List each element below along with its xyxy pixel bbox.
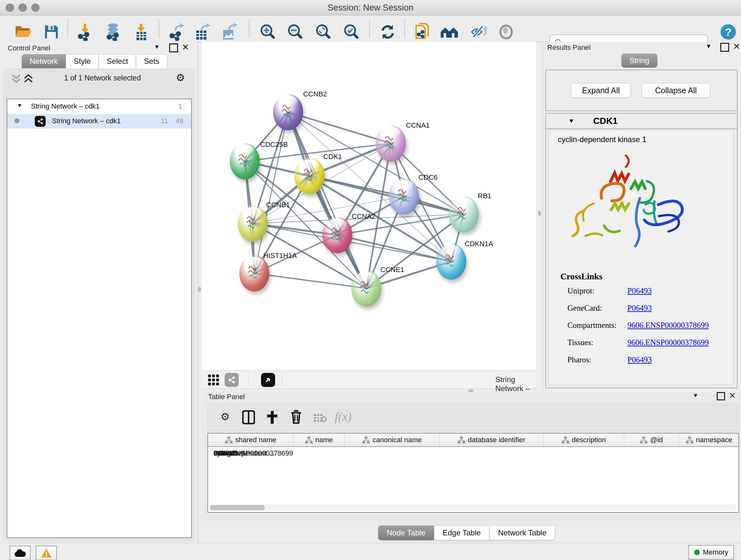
node-table[interactable]: shared namenamecanonical namedatabase id… [207,433,739,513]
share-file-button[interactable] [413,22,433,42]
grid-view-icon[interactable] [207,374,219,386]
refresh-button[interactable] [378,22,398,42]
node-CDK1[interactable] [294,158,325,194]
node-CDC6[interactable] [389,178,419,214]
export-network-button[interactable] [166,22,186,42]
node-CCNA1[interactable] [376,125,406,162]
tab-string[interactable]: String [621,54,657,68]
network-row-selected[interactable]: String Network – cdk1 11 48 [7,114,191,129]
table-cell[interactable]: stringdb [208,447,269,460]
network-options-gear-icon[interactable]: ⚙ [176,72,185,83]
expand-all-button[interactable]: Expand All [571,83,631,98]
edge-HIST1H1A-CCNE1[interactable] [254,273,366,288]
export-image-button[interactable] [219,22,239,42]
export-view-icon[interactable] [261,373,275,387]
node-CDKN1A[interactable] [436,243,466,280]
tab-select[interactable]: Select [98,54,136,68]
crosslink-value-link[interactable]: P06493 [627,287,652,295]
collapse-all-button[interactable]: Collapse All [642,83,710,98]
column-header-namespace[interactable]: namespace [679,434,739,446]
node-CCNB2[interactable] [273,94,303,130]
protein-thumbnail [244,212,262,234]
horizontal-scrollbar-thumb[interactable] [210,505,265,510]
edge-CCNB2-CCNA1[interactable] [288,112,391,143]
tab-node-table[interactable]: Node Table [378,525,434,540]
zoom-in-button[interactable] [258,22,278,42]
column-header-canonical-name[interactable]: canonical name [345,434,440,446]
table-panel-menu-arrow[interactable]: ▼ [692,392,698,399]
collapse-all-networks-icon[interactable] [11,74,22,83]
open-session-button[interactable] [14,22,33,42]
node-label-HIST1H1A: HIST1H1A [263,252,297,260]
warning-status-button[interactable] [36,546,57,560]
column-header-label: database identifier [468,436,525,444]
column-header-name[interactable]: name [293,434,345,446]
tab-sets[interactable]: Sets [136,54,167,68]
show-all-button[interactable] [496,22,516,42]
home-button[interactable] [440,22,459,42]
network-collection-row[interactable]: ▼ String Network – cdk1 1 [7,99,191,114]
node-RB1[interactable] [449,196,479,233]
tab-style[interactable]: Style [66,54,98,68]
right-splitter-handle[interactable] [538,211,541,216]
crosslink-value-link[interactable]: P06493 [627,355,652,364]
cloud-status-button[interactable] [10,546,30,560]
horizontal-scrollbar[interactable] [209,504,737,511]
eye-slash-icon [470,24,487,40]
table-panel-float-button[interactable] [717,392,725,400]
node-HIST1H1A[interactable] [239,255,269,292]
collection-expand-arrow[interactable]: ▼ [17,103,22,109]
node-CDC25B[interactable] [230,143,260,179]
help-button[interactable]: ? [718,22,738,42]
zoom-fit-button[interactable] [314,22,333,42]
column-header--id[interactable]: @id [624,434,679,446]
crosslink-value-link[interactable]: 9606.ENSP00000378699 [627,321,709,330]
crosslink-value-link[interactable]: 9606.ENSP00000378699 [627,338,709,347]
zoom-selected-button[interactable] [342,22,361,42]
collection-count: 1 [179,102,182,111]
control-panel-menu-arrow[interactable]: ▼ [154,44,160,51]
tab-network[interactable]: Network [22,54,66,68]
expand-all-networks-icon[interactable] [23,74,34,83]
column-header-description[interactable]: description [543,434,624,446]
left-splitter-handle[interactable] [198,287,201,292]
add-column-icon[interactable] [266,410,279,424]
control-panel-float-button[interactable] [169,44,178,52]
results-panel: Results Panel ▼ ✕ String Expand All Coll… [542,42,741,396]
protein-collapse-arrow[interactable]: ▼ [568,118,575,125]
protein-header[interactable]: ▼ CDK1 [546,114,737,129]
table-toolbar: ⚙ f(x) [207,403,738,431]
save-session-button[interactable] [42,22,61,42]
results-panel-float-button[interactable] [720,43,729,52]
memory-button[interactable]: Memory [688,545,734,560]
import-network-button[interactable] [75,22,95,42]
node-label-CDC6: CDC6 [418,173,437,182]
tab-edge-table[interactable]: Edge Table [434,525,489,540]
protein-thumbnail [382,132,400,154]
import-table-button[interactable] [131,22,151,42]
zoom-out-button[interactable] [286,22,306,42]
export-table-button[interactable] [192,22,212,42]
show-columns-icon[interactable] [242,410,255,424]
node-CCNA2[interactable] [322,217,352,253]
column-header-database-identifier[interactable]: database identifier [440,434,543,446]
hide-selected-button[interactable] [468,22,488,42]
crosslink-value-link[interactable]: P06493 [627,304,652,313]
delete-column-icon[interactable] [290,410,302,424]
results-panel-close-button[interactable]: ✕ [733,42,740,52]
results-panel-menu-arrow[interactable]: ▼ [705,43,712,50]
edge-CDK1-RB1[interactable] [310,176,464,214]
table-settings-gear-icon[interactable]: ⚙ [220,412,230,422]
node-CCNE1[interactable] [351,270,381,307]
control-panel-close-button[interactable]: ✕ [182,42,189,52]
network-canvas[interactable]: CCNB2CCNA1CDC25BCDK1CDC6RB1CCNB1CCNA2CDK… [202,42,536,370]
import-network-from-database-button[interactable] [104,22,123,42]
share-view-icon[interactable] [225,373,239,387]
edge-CCNB2-CCNE1[interactable] [288,112,366,288]
crosslink-label: Uniprot: [567,287,595,295]
title-bar: Session: New Session [0,0,741,15]
column-header-shared-name[interactable]: shared name [208,434,293,446]
table-panel-close-button[interactable]: ✕ [729,391,736,401]
node-CCNB1[interactable] [238,205,268,242]
tab-network-table[interactable]: Network Table [489,525,555,540]
